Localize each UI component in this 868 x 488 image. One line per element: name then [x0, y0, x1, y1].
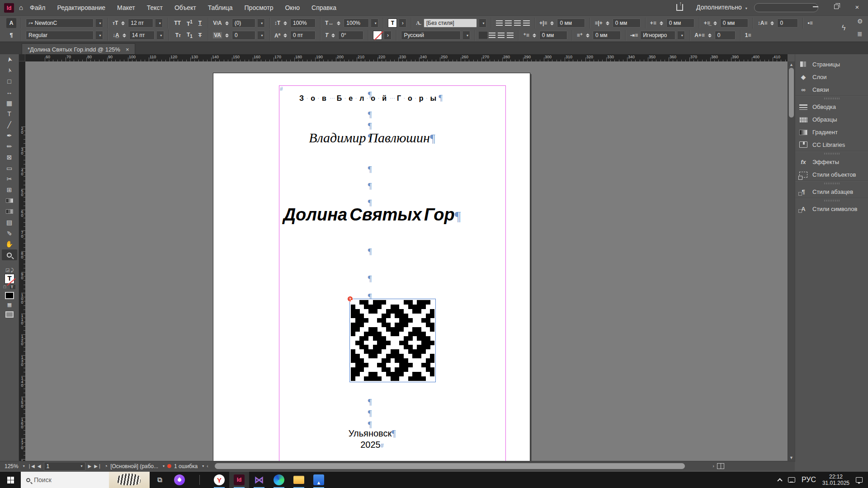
vertical-scale-stepper[interactable]	[283, 21, 287, 25]
kerning-field[interactable]: (0)	[232, 19, 255, 28]
paragraph-formatting-mode-button[interactable]: ¶	[6, 30, 16, 40]
preflight-profile-value[interactable]: [Основной] (рабо...	[110, 463, 158, 469]
zoom-tool[interactable]	[2, 249, 17, 260]
language-combo[interactable]: Русский	[401, 31, 461, 40]
panel-button-fx[interactable]: fxЭффекты	[795, 155, 868, 168]
character-color-swatch[interactable]: T	[388, 19, 397, 28]
space-before-stepper[interactable]	[660, 21, 663, 25]
justify-center-button[interactable]	[489, 33, 495, 38]
horizontal-scale-field[interactable]: 100%	[344, 19, 369, 28]
left-indent-field[interactable]: 0 мм	[557, 19, 585, 28]
preflight-error-count[interactable]: 1 ошибка	[174, 463, 198, 469]
menu-макет[interactable]: Макет	[117, 4, 135, 11]
dock-grip[interactable]	[824, 200, 840, 202]
subscript-button[interactable]: T1	[185, 32, 194, 39]
space-after-stepper[interactable]	[713, 21, 717, 25]
dropcap-lines-stepper[interactable]	[770, 21, 774, 25]
leading-dropdown[interactable]: ▾	[157, 31, 164, 40]
panel-button-gradient[interactable]: Градиент	[795, 126, 868, 138]
ornament-image-frame[interactable]: ?	[349, 299, 436, 382]
panel-button-stroke3[interactable]: Обводка	[795, 100, 868, 113]
app-visual-studio[interactable]: ⋈	[249, 472, 269, 488]
app-indesign[interactable]: Id	[229, 472, 249, 488]
tracking-stepper[interactable]	[225, 33, 229, 38]
scroll-up-icon[interactable]: ▲	[789, 62, 793, 67]
font-style-combo[interactable]: Regular	[26, 31, 94, 40]
align-right-button[interactable]	[514, 20, 521, 26]
taskbar-separator[interactable]	[189, 472, 209, 488]
dropcap-chars-stepper[interactable]	[708, 33, 712, 38]
menu-объект[interactable]: Объект	[175, 4, 196, 11]
last-line-indent-field[interactable]: 0 мм	[593, 31, 621, 40]
last-line-indent-stepper[interactable]	[586, 33, 590, 38]
note-tool[interactable]: ▤	[2, 217, 17, 228]
justify-right-button[interactable]	[498, 33, 505, 38]
font-family-combo[interactable]: ⌕▾NewtonC	[26, 19, 94, 28]
font-size-dropdown[interactable]: ▾	[156, 19, 163, 28]
panel-button-pages[interactable]: Страницы	[795, 58, 868, 70]
gear-icon[interactable]: ⚙	[857, 18, 863, 25]
horizontal-ruler[interactable]: 6070809010011012013014015016017018019020…	[25, 54, 788, 61]
document-canvas[interactable]: # ¶¶¶¶¶¶¶¶¶¶¶¶¶¶ З·о·в···Б·е·л·о·й···Г·о…	[25, 61, 788, 461]
right-indent-stepper[interactable]	[606, 21, 609, 25]
scissors-tool[interactable]: ✂	[2, 174, 17, 184]
menu-таблица[interactable]: Таблица	[208, 4, 233, 11]
notification-center-icon[interactable]	[856, 477, 863, 483]
space-before-field[interactable]: 0 мм	[666, 19, 694, 28]
formatting-affects-toggle[interactable]: □ T	[0, 285, 19, 289]
dropcap-chars-field[interactable]: 0	[715, 31, 736, 40]
gradient-tool[interactable]	[2, 195, 17, 206]
menu-файл[interactable]: Файл	[30, 4, 45, 11]
city-text[interactable]: Ульяновск¶	[213, 428, 531, 439]
skew-field[interactable]: 0°	[338, 31, 363, 40]
font-style-dropdown[interactable]: ▾	[96, 31, 103, 40]
horizontal-scale-stepper[interactable]	[337, 21, 340, 25]
baseline-shift-field[interactable]: 0 пт	[290, 31, 316, 40]
keep-options-dropdown[interactable]: ▾	[678, 31, 685, 40]
panel-button-charstyle[interactable]: AСтили символов	[795, 202, 868, 215]
app-yandex-browser[interactable]: Y	[209, 472, 229, 488]
series-title-text[interactable]: З·о·в···Б·е·л·о·й···Г·о·р·ы¶	[213, 93, 531, 103]
superscript-button[interactable]: T1	[185, 19, 194, 27]
page[interactable]: # ¶¶¶¶¶¶¶¶¶¶¶¶¶¶ З·о·в···Б·е·л·о·й···Г·о…	[213, 73, 530, 461]
frame-tool[interactable]: ⊠	[2, 152, 17, 163]
kerning-stepper[interactable]	[225, 21, 229, 25]
type-tool[interactable]: T	[2, 108, 17, 119]
right-indent-field[interactable]: 0 мм	[613, 19, 641, 28]
panel-button-parastyle[interactable]: ¶Стили абзацев	[795, 185, 868, 198]
panel-button-links[interactable]: ∞Связи	[795, 83, 868, 96]
dock-grip[interactable]	[824, 98, 840, 99]
language-indicator[interactable]: РУС	[802, 476, 816, 484]
justify-all-button[interactable]	[480, 33, 486, 38]
first-page-button[interactable]: ❘◀	[28, 464, 35, 469]
font-size-field[interactable]: 12 пт	[128, 19, 153, 28]
quick-apply-lightning-icon[interactable]: ϟ	[842, 24, 845, 32]
numbered-list-icon[interactable]: 1≡	[745, 32, 751, 38]
horizontal-scale-dropdown[interactable]: ▾	[371, 19, 378, 28]
vertical-scale-field[interactable]: 100%	[290, 19, 316, 28]
menu-справка[interactable]: Справка	[311, 4, 336, 11]
pen-tool[interactable]: ✒	[2, 130, 17, 141]
selection-tool[interactable]: ➤	[2, 54, 17, 65]
vertical-scrollbar[interactable]: ▲ ▼	[788, 61, 795, 461]
leading-stepper[interactable]	[123, 33, 126, 38]
ruler-origin-corner[interactable]	[19, 54, 25, 61]
vertical-scroll-thumb[interactable]	[789, 68, 794, 117]
paragraph-style-combo[interactable]: [Без стиля]	[424, 19, 477, 28]
space-after-field[interactable]: 0 мм	[720, 19, 748, 28]
next-page-button[interactable]: ▶	[88, 464, 92, 469]
clock[interactable]: 22:12 31.01.2025	[822, 474, 849, 486]
error-dropdown-icon[interactable]: ▾	[202, 464, 204, 468]
align-center-button[interactable]	[505, 20, 512, 26]
align-left-button[interactable]	[496, 20, 503, 26]
menu-просмотр[interactable]: Просмотр	[245, 4, 274, 11]
panel-menu-icon[interactable]: ≣	[857, 30, 863, 38]
panel-button-swatches[interactable]: Образцы	[795, 113, 868, 126]
document-tab[interactable]: *Долина Святых Гор.indd @ 125% ×	[22, 43, 135, 55]
tray-cast-icon[interactable]	[788, 477, 795, 483]
scroll-down-icon[interactable]: ▼	[789, 455, 793, 460]
horizontal-scroll-thumb[interactable]	[215, 463, 685, 469]
first-line-indent-field[interactable]: 0 мм	[539, 31, 567, 40]
panel-button-layers[interactable]: ◆Слои	[795, 70, 868, 83]
vertical-ruler[interactable]: 2030405060708090100110120130140150160170…	[19, 61, 25, 461]
